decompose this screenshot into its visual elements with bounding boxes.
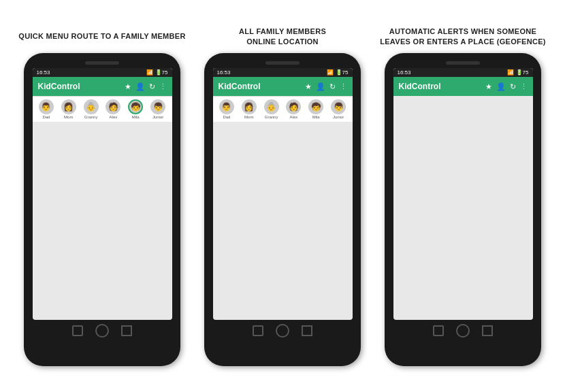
phone-section-3: AUTOMATIC ALERTS WHEN SOMEONE LEAVES OR …: [373, 26, 553, 366]
phone-section-1: QUICK MENU ROUTE TO A FAMILY MEMBER 16:5…: [12, 26, 193, 366]
section-title-3: AUTOMATIC ALERTS WHEN SOMEONE LEAVES OR …: [380, 26, 546, 48]
avatar-mom: 👩: [61, 99, 76, 114]
family-mila-2[interactable]: 🧒 Mila: [308, 99, 323, 119]
app-header-1: KidControl ★ 👤 ↻ ⋮: [33, 77, 172, 96]
phone-1: 16:53 📶 🔋75 KidControl ★ 👤 ↻ ⋮: [24, 53, 180, 366]
avatar-dad-2: 👨: [219, 99, 234, 114]
phone-bottom-3: [433, 324, 493, 338]
back-btn-1[interactable]: [72, 325, 83, 336]
home-btn-1[interactable]: [95, 324, 109, 338]
family-mom[interactable]: 👩 Mom: [61, 99, 76, 119]
app-title-3: KidControl: [399, 82, 441, 91]
app-header-3: KidControl ★ 👤 ↻ ⋮: [393, 77, 533, 96]
app-header-2: KidControl ★ 👤 ↻ ⋮: [213, 77, 353, 96]
refresh-icon-3[interactable]: ↻: [510, 82, 516, 91]
star-icon[interactable]: ★: [125, 82, 131, 91]
status-bar-2: 16:53 📶 🔋75: [213, 68, 353, 77]
avatar-granny: 👵: [84, 99, 99, 114]
recent-btn-1[interactable]: [121, 325, 132, 336]
family-bar-2: 👨 Dad 👩 Mom 👵 Granny 🧑 Alex: [213, 96, 353, 122]
phone-section-2: ALL FAMILY MEMBERS ONLINE LOCATION 16:53…: [193, 26, 373, 366]
avatar-alex-2: 🧑: [286, 99, 301, 114]
family-junior-2[interactable]: 👦 Junior: [331, 99, 346, 119]
avatar-junior-2: 👦: [331, 99, 346, 114]
family-mom-2[interactable]: 👩 Mom: [242, 99, 257, 119]
header-icons-2: ★ 👤 ↻ ⋮: [305, 82, 347, 91]
star-icon-2[interactable]: ★: [305, 82, 312, 91]
section-title-2: ALL FAMILY MEMBERS ONLINE LOCATION: [239, 26, 326, 48]
status-bar-3: 16:53 📶 🔋75: [393, 68, 533, 77]
avatar-granny-2: 👵: [264, 99, 279, 114]
header-icons-3: ★ 👤 ↻ ⋮: [485, 82, 528, 91]
section-title-1: QUICK MENU ROUTE TO A FAMILY MEMBER: [18, 26, 185, 48]
back-btn-3[interactable]: [433, 325, 444, 336]
family-granny[interactable]: 👵 Granny: [84, 99, 99, 119]
phone-speaker-3: [446, 61, 480, 65]
more-icon[interactable]: ⋮: [159, 82, 167, 91]
phone-2: 16:53 📶 🔋75 KidControl ★ 👤 ↻ ⋮: [204, 53, 361, 366]
home-btn-3[interactable]: [456, 324, 470, 338]
main-container: QUICK MENU ROUTE TO A FAMILY MEMBER 16:5…: [7, 26, 558, 366]
phone-bottom-1: [72, 324, 132, 338]
phone-speaker-1: [85, 61, 119, 65]
app-title-1: KidControl: [38, 82, 80, 91]
phone-screen-2: 16:53 📶 🔋75 KidControl ★ 👤 ↻ ⋮: [213, 68, 353, 320]
add-member-icon-3[interactable]: 👤: [496, 82, 506, 91]
phone-screen-1: 16:53 📶 🔋75 KidControl ★ 👤 ↻ ⋮: [33, 68, 172, 320]
refresh-icon-2[interactable]: ↻: [329, 82, 336, 91]
family-bar-1: 👨 Dad 👩 Mom 👵 Granny 🧑 Alex: [33, 96, 172, 122]
avatar-alex: 🧑: [106, 99, 120, 114]
phone-speaker-2: [265, 61, 300, 65]
family-granny-2[interactable]: 👵 Granny: [264, 99, 279, 119]
refresh-icon[interactable]: ↻: [149, 82, 155, 91]
star-icon-3[interactable]: ★: [485, 82, 492, 91]
status-bar-1: 16:53 📶 🔋75: [33, 68, 172, 77]
phone-3: 16:53 📶 🔋75 KidControl ★ 👤 ↻ ⋮: [385, 53, 541, 366]
phone-screen-3: 16:53 📶 🔋75 KidControl ★ 👤 ↻ ⋮: [393, 68, 533, 320]
header-icons-1: ★ 👤 ↻ ⋮: [125, 82, 167, 91]
family-mila[interactable]: 🧒 Mila: [128, 99, 143, 119]
add-member-icon-2[interactable]: 👤: [316, 82, 325, 91]
phone-bottom-2: [253, 324, 312, 338]
avatar-mila: 🧒: [128, 99, 143, 114]
family-alex[interactable]: 🧑 Alex: [106, 99, 120, 119]
recent-btn-3[interactable]: [482, 325, 493, 336]
recent-btn-2[interactable]: [302, 325, 312, 336]
home-btn-2[interactable]: [276, 324, 289, 338]
back-btn-2[interactable]: [253, 325, 263, 336]
family-junior[interactable]: 👦 Junior: [150, 99, 165, 119]
family-dad-2[interactable]: 👨 Dad: [219, 99, 234, 119]
more-icon-3[interactable]: ⋮: [520, 82, 528, 91]
avatar-mom-2: 👩: [242, 99, 257, 114]
avatar-mila-2: 🧒: [308, 99, 323, 114]
family-dad[interactable]: 👨 Dad: [39, 99, 54, 119]
avatar-junior: 👦: [150, 99, 165, 114]
app-title-2: KidControl: [219, 82, 261, 91]
add-member-icon[interactable]: 👤: [135, 82, 145, 91]
family-alex-2[interactable]: 🧑 Alex: [286, 99, 301, 119]
avatar-dad: 👨: [39, 99, 54, 114]
more-icon-2[interactable]: ⋮: [340, 82, 347, 91]
